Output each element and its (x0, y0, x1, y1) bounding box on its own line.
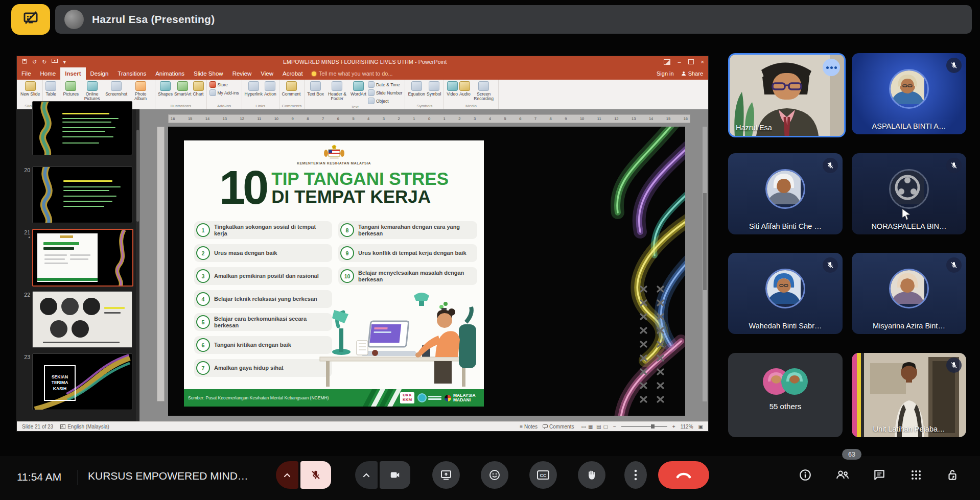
thumbnail-slide-21-selected[interactable] (32, 229, 133, 287)
participant-tile-hazrul[interactable]: Hazrul Esa (728, 53, 846, 137)
participant-name: Misyarina Azira Bint… (852, 322, 966, 330)
date-time-button[interactable]: Date & Time (368, 81, 403, 88)
camera-options-button[interactable] (355, 461, 378, 489)
chevron-up-icon (284, 473, 291, 478)
equation-button[interactable]: Equation (408, 81, 425, 97)
thumbnail-slide-20[interactable] (32, 166, 132, 223)
leave-call-button[interactable] (658, 461, 709, 489)
tip-item: 2Urus masa dengan baik (194, 244, 332, 262)
restore-button[interactable] (688, 59, 694, 64)
store-button[interactable]: Store (209, 81, 239, 88)
object-button[interactable]: Object (368, 98, 403, 104)
undo-icon[interactable]: ↺ (32, 59, 37, 65)
chart-button[interactable]: Chart (193, 81, 204, 97)
sign-in-link[interactable]: Sign in (657, 70, 674, 77)
participant-tile-noraspalela[interactable]: NORASPALELA BIN… (852, 153, 966, 234)
screenshot-button[interactable]: Screenshot (105, 81, 127, 97)
horizontal-ruler[interactable]: 1615141312111098765432101234567891011121… (168, 114, 690, 123)
participant-tile-misyarina[interactable]: Misyarina Azira Bint… (852, 253, 966, 334)
tab-review[interactable]: Review (228, 67, 256, 80)
participant-tile-aspalaila[interactable]: ASPALAILA BINTI A… (852, 53, 966, 134)
zoom-in-button[interactable]: + (672, 424, 675, 430)
tell-me-box[interactable]: Tell me what you want to do... (312, 67, 393, 80)
audio-icon (459, 81, 470, 91)
tab-animations[interactable]: Animations (151, 67, 189, 80)
language-indicator[interactable]: English (Malaysia) (60, 424, 109, 430)
activities-button[interactable] (906, 465, 926, 485)
participant-name: NORASPALELA BIN… (852, 222, 966, 230)
participant-tile-siti-afifah[interactable]: Siti Afifah Binti Che … (728, 153, 843, 234)
presentation-paused-chip[interactable] (11, 4, 50, 35)
comments-toggle[interactable]: Comments (543, 424, 574, 430)
my-addins-button[interactable]: My Add-ins (209, 89, 239, 96)
meeting-details-button[interactable] (796, 465, 815, 485)
tile-options-button[interactable] (823, 59, 840, 76)
zoom-level[interactable]: 112% (681, 424, 693, 430)
slide-footer: Sumber: Pusat Kecemerlangan Kesihatan Me… (184, 389, 484, 407)
thumbnail-slide-19[interactable] (32, 101, 132, 155)
comment-button[interactable]: Comment (282, 81, 301, 97)
shapes-button[interactable]: Shapes (158, 81, 173, 97)
pictures-button[interactable]: Pictures (63, 81, 79, 97)
tab-file[interactable]: File (17, 67, 36, 80)
more-options-button[interactable] (624, 461, 647, 489)
tab-slideshow[interactable]: Slide Show (189, 67, 228, 80)
tab-insert[interactable]: Insert (60, 67, 85, 80)
participant-tile-overflow[interactable]: 55 others (728, 353, 843, 437)
mic-options-button[interactable] (276, 461, 298, 489)
action-button[interactable]: Action (264, 81, 276, 97)
text-box-button[interactable]: Text Box (307, 81, 324, 97)
zoom-slider[interactable] (621, 426, 667, 427)
audio-button[interactable]: Audio (459, 81, 471, 97)
photo-album-button[interactable]: Photo Album (129, 81, 152, 101)
meet-screen: Hazrul Esa (Presenting) ↺ ↻ ▾ EMPOWERED … (0, 0, 980, 500)
minimize-button[interactable]: – (678, 59, 681, 65)
info-icon (799, 468, 812, 482)
participant-tile-unit-latihan[interactable]: Unit Latihan Pejaba… (852, 353, 966, 437)
online-pictures-button[interactable]: Online Pictures (80, 81, 104, 101)
tab-acrobat[interactable]: Acrobat (278, 67, 308, 80)
participant-tile-wahedah[interactable]: Wahedah Binti Sabr… (728, 253, 843, 334)
save-icon[interactable] (22, 59, 27, 65)
header-footer-button[interactable]: Header & Footer (325, 81, 349, 101)
view-shortcuts[interactable]: ▭▦ ▤▢ (579, 424, 608, 430)
fit-to-window-icon[interactable]: ▣ (698, 424, 703, 430)
hyperlink-button[interactable]: Hyperlink (245, 81, 263, 97)
tab-transitions[interactable]: Transitions (113, 67, 151, 80)
redo-icon[interactable]: ↻ (42, 59, 46, 65)
tab-view[interactable]: View (256, 67, 278, 80)
notes-toggle[interactable]: Notes (520, 424, 538, 430)
tab-design[interactable]: Design (86, 67, 113, 80)
zoom-out-button[interactable]: − (613, 424, 616, 430)
slide-canvas[interactable]: KEMENTERIAN KESIHATAN MALAYSIA 10 TIP TA… (168, 127, 685, 416)
start-slideshow-icon[interactable] (52, 59, 58, 65)
thumbnail-scrollbar[interactable] (136, 109, 139, 422)
screen-recording-button[interactable]: Screen Recording (472, 81, 496, 101)
host-controls-button[interactable] (943, 465, 962, 485)
vertical-ruler[interactable] (157, 127, 165, 401)
editor-scrollbar[interactable] (703, 127, 707, 401)
reactions-button[interactable] (481, 461, 508, 489)
chat-button[interactable] (870, 465, 889, 485)
symbol-button[interactable]: Symbol (427, 81, 441, 97)
share-button[interactable]: Share (681, 70, 703, 77)
table-button[interactable]: Table (45, 81, 56, 97)
present-now-button[interactable] (432, 461, 460, 489)
powerpoint-titlebar: ↺ ↻ ▾ EMPOWERED MINDS FLOURISHING LIVES … (17, 56, 708, 67)
tab-home[interactable]: Home (36, 67, 61, 80)
mic-toggle-button-muted[interactable] (300, 461, 331, 489)
captions-button[interactable]: CC (529, 461, 557, 489)
slide-number-button[interactable]: Slide Number (368, 89, 403, 96)
smartart-button[interactable]: SmartArt (174, 81, 192, 97)
raise-hand-button[interactable] (578, 461, 605, 489)
wordart-button[interactable]: WordArt (351, 81, 366, 97)
muted-mic-icon (946, 358, 962, 373)
thumbnail-slide-23[interactable]: SEKIAN TERIMA KASIH (32, 353, 132, 410)
camera-toggle-button[interactable] (380, 461, 410, 489)
new-slide-button[interactable]: New Slide (20, 81, 40, 97)
thumbnail-slide-22[interactable] (32, 291, 132, 348)
ribbon-display-options-icon[interactable] (664, 59, 670, 65)
close-button[interactable]: × (701, 59, 704, 65)
video-button[interactable]: Video (447, 81, 458, 97)
show-everyone-button[interactable] (833, 465, 852, 485)
